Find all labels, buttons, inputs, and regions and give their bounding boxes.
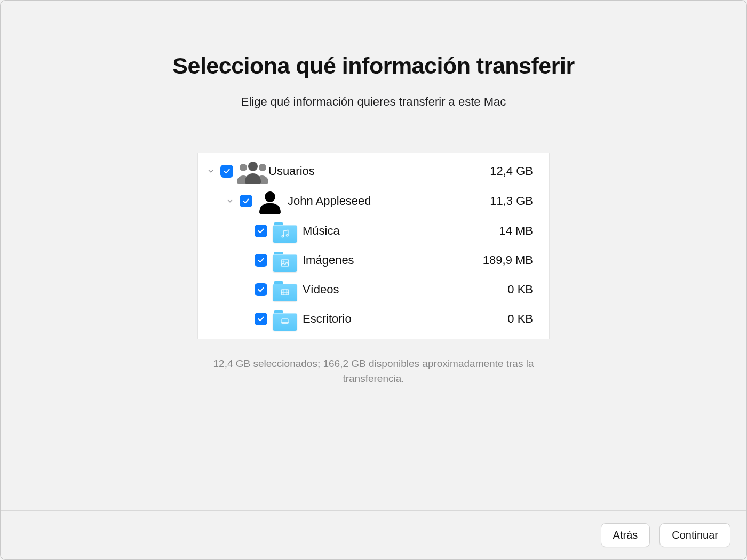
checkbox-music[interactable] bbox=[255, 225, 267, 237]
size-desktop: 0 KB bbox=[507, 312, 533, 326]
users-group-icon bbox=[237, 158, 264, 184]
checkbox-pictures[interactable] bbox=[255, 254, 267, 267]
content-area: Selecciona qué información transferir El… bbox=[1, 1, 746, 510]
tree-row-desktop[interactable]: Escritorio 0 KB bbox=[198, 304, 549, 333]
videos-folder-icon bbox=[272, 278, 298, 301]
tree-row-john[interactable]: John Appleseed 11,3 GB bbox=[198, 186, 549, 216]
label-users: Usuarios bbox=[268, 164, 315, 178]
checkbox-users[interactable] bbox=[220, 165, 233, 178]
label-john: John Appleseed bbox=[288, 194, 371, 208]
size-videos: 0 KB bbox=[507, 283, 533, 297]
continue-button[interactable]: Continuar bbox=[659, 523, 730, 547]
tree-row-music[interactable]: Música 14 MB bbox=[198, 216, 549, 245]
music-folder-icon bbox=[272, 219, 298, 243]
back-button[interactable]: Atrás bbox=[601, 523, 650, 547]
size-users: 12,4 GB bbox=[490, 164, 533, 178]
migration-assistant-window: Selecciona qué información transferir El… bbox=[0, 0, 747, 560]
chevron-down-icon[interactable] bbox=[205, 166, 216, 177]
label-videos: Vídeos bbox=[303, 283, 339, 297]
desktop-folder-icon bbox=[272, 307, 298, 331]
label-music: Música bbox=[303, 224, 340, 238]
svg-point-1 bbox=[287, 235, 288, 236]
label-desktop: Escritorio bbox=[303, 312, 352, 326]
size-pictures: 189,9 MB bbox=[483, 253, 533, 267]
svg-point-3 bbox=[283, 261, 284, 262]
page-title: Selecciona qué información transferir bbox=[1, 53, 746, 79]
tree-row-videos[interactable]: Vídeos 0 KB bbox=[198, 275, 549, 304]
tree-row-pictures[interactable]: Imágenes 189,9 MB bbox=[198, 245, 549, 275]
label-pictures: Imágenes bbox=[303, 253, 354, 267]
selection-summary: 12,4 GB seleccionados; 166,2 GB disponib… bbox=[187, 356, 560, 386]
transfer-tree-panel: Usuarios 12,4 GB John Appl bbox=[197, 153, 550, 339]
checkbox-videos[interactable] bbox=[255, 283, 267, 296]
person-icon bbox=[257, 188, 283, 214]
page-subtitle: Elige qué información quieres transferir… bbox=[1, 95, 746, 109]
size-john: 11,3 GB bbox=[490, 194, 533, 208]
checkbox-desktop[interactable] bbox=[255, 313, 267, 325]
footer-bar: Atrás Continuar bbox=[1, 510, 746, 559]
pictures-folder-icon bbox=[272, 249, 298, 272]
svg-point-0 bbox=[282, 235, 283, 237]
chevron-down-icon[interactable] bbox=[225, 196, 235, 206]
checkbox-john[interactable] bbox=[240, 195, 252, 207]
size-music: 14 MB bbox=[499, 224, 533, 238]
tree-row-users[interactable]: Usuarios 12,4 GB bbox=[198, 156, 549, 186]
